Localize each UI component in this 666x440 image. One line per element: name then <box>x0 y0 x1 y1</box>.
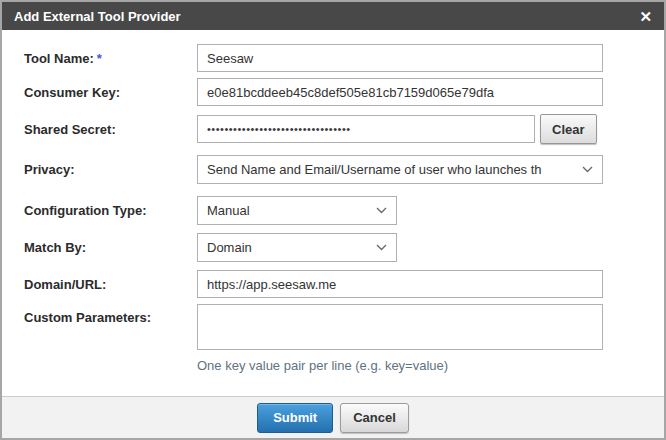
submit-button[interactable]: Submit <box>257 403 333 433</box>
chevron-down-icon <box>582 166 593 173</box>
match-by-label: Match By: <box>2 240 197 255</box>
configuration-type-row: Configuration Type: Manual <box>2 196 664 225</box>
privacy-selected-value: Send Name and Email/Username of user who… <box>207 162 576 177</box>
shared-secret-input[interactable] <box>197 115 535 143</box>
dialog-footer: Submit Cancel <box>2 396 664 438</box>
configuration-type-label: Configuration Type: <box>2 203 197 218</box>
match-by-row: Match By: Domain <box>2 233 664 262</box>
domain-url-label: Domain/URL: <box>2 277 197 292</box>
tool-name-row: Tool Name:* <box>2 44 664 72</box>
configuration-type-select[interactable]: Manual <box>197 196 397 225</box>
add-external-tool-provider-dialog: Add External Tool Provider ✕ Tool Name:*… <box>0 0 666 440</box>
required-asterisk: * <box>97 51 102 66</box>
shared-secret-row: Shared Secret: Clear <box>2 114 664 144</box>
privacy-row: Privacy: Send Name and Email/Username of… <box>2 155 664 184</box>
chevron-down-icon <box>376 244 387 251</box>
tool-name-label: Tool Name:* <box>2 51 197 66</box>
clear-button[interactable]: Clear <box>540 114 597 144</box>
consumer-key-row: Consumer Key: <box>2 78 664 106</box>
consumer-key-label: Consumer Key: <box>2 85 197 100</box>
configuration-type-selected-value: Manual <box>207 203 370 218</box>
chevron-down-icon <box>376 207 387 214</box>
match-by-selected-value: Domain <box>207 240 370 255</box>
consumer-key-input[interactable] <box>197 78 603 106</box>
custom-parameters-row: Custom Parameters: <box>2 304 664 350</box>
close-icon[interactable]: ✕ <box>639 9 652 24</box>
match-by-select[interactable]: Domain <box>197 233 397 262</box>
domain-url-input[interactable] <box>197 270 603 298</box>
dialog-body: Tool Name:* Consumer Key: Shared Secret:… <box>2 30 664 373</box>
domain-url-row: Domain/URL: <box>2 270 664 298</box>
tool-name-input[interactable] <box>197 44 603 72</box>
shared-secret-label: Shared Secret: <box>2 122 197 137</box>
custom-parameters-hint: One key value pair per line (e.g. key=va… <box>197 358 664 373</box>
privacy-label: Privacy: <box>2 162 197 177</box>
custom-parameters-label: Custom Parameters: <box>2 304 197 325</box>
cancel-button[interactable]: Cancel <box>340 403 409 433</box>
dialog-titlebar: Add External Tool Provider ✕ <box>2 2 664 30</box>
dialog-title: Add External Tool Provider <box>14 9 181 24</box>
custom-parameters-textarea[interactable] <box>197 304 603 350</box>
privacy-select[interactable]: Send Name and Email/Username of user who… <box>197 155 603 184</box>
